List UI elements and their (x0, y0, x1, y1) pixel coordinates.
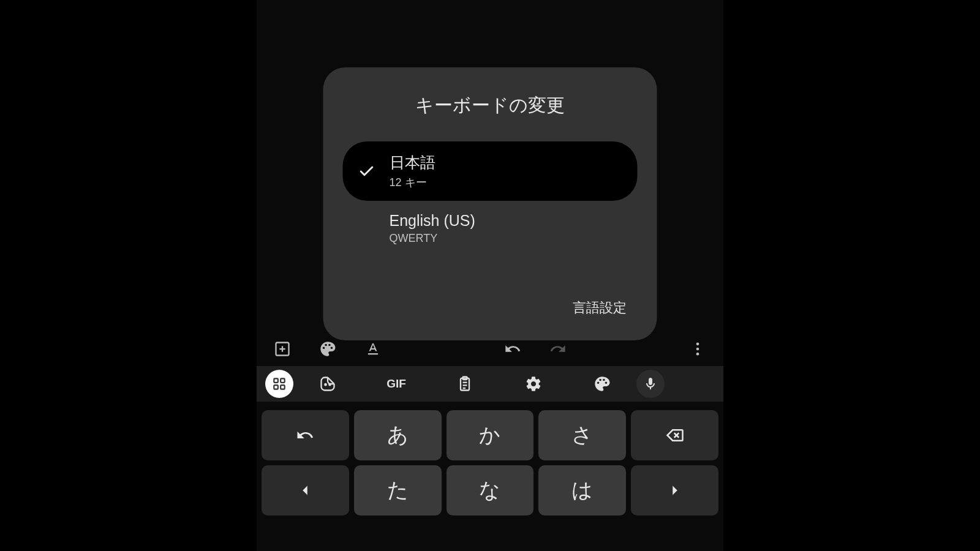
check-placeholder (358, 219, 376, 238)
svg-rect-9 (281, 385, 285, 389)
text-format-icon[interactable] (361, 337, 385, 361)
svg-rect-8 (274, 385, 278, 389)
apps-icon[interactable] (265, 370, 293, 398)
clipboard-icon[interactable] (431, 369, 499, 399)
add-icon[interactable] (270, 337, 295, 361)
check-icon (358, 162, 376, 181)
language-title: 日本語 (390, 152, 435, 173)
language-settings-button[interactable]: 言語設定 (562, 293, 638, 323)
svg-point-5 (696, 353, 699, 356)
svg-rect-7 (281, 378, 285, 383)
key-row-1: あ か さ (262, 410, 718, 460)
key-ka[interactable]: か (447, 410, 534, 460)
svg-rect-6 (274, 378, 278, 383)
gif-button[interactable]: GIF (362, 369, 431, 399)
change-keyboard-dialog: キーボードの変更 日本語 12 キー English (US) QWERTY 言… (323, 67, 657, 340)
theme-palette-icon[interactable] (568, 369, 636, 399)
undo-icon[interactable] (500, 337, 525, 361)
key-na[interactable]: な (447, 465, 534, 515)
sticker-icon[interactable] (293, 369, 362, 399)
keyboard-tools-row: GIF (257, 366, 723, 402)
key-ha[interactable]: は (538, 465, 626, 515)
language-title: English (US) (390, 212, 475, 230)
svg-point-11 (329, 384, 330, 385)
key-sa[interactable]: さ (538, 410, 626, 460)
phone-viewport: キーボードの変更 日本語 12 キー English (US) QWERTY 言… (257, 0, 723, 551)
language-text: 日本語 12 キー (390, 152, 435, 190)
dialog-title: キーボードの変更 (343, 93, 638, 118)
key-backspace[interactable] (631, 410, 718, 460)
language-subtitle: 12 キー (390, 175, 435, 190)
key-cursor-right[interactable] (631, 465, 718, 515)
mic-icon[interactable] (636, 370, 665, 398)
language-option-english[interactable]: English (US) QWERTY (343, 201, 638, 256)
dialog-footer: 言語設定 (343, 293, 638, 323)
keyboard-keys: あ か さ た な は (257, 407, 723, 519)
gear-icon[interactable] (499, 369, 568, 399)
key-a[interactable]: あ (354, 410, 442, 460)
palette-icon[interactable] (315, 337, 340, 361)
more-vert-icon[interactable] (685, 337, 710, 361)
svg-point-3 (696, 343, 699, 346)
language-text: English (US) QWERTY (390, 212, 475, 245)
key-ta[interactable]: た (354, 465, 442, 515)
redo-icon (546, 337, 570, 361)
key-cursor-left[interactable] (262, 465, 349, 515)
text-toolbar (257, 332, 723, 365)
key-row-2: た な は (262, 465, 718, 515)
language-option-japanese[interactable]: 日本語 12 キー (343, 141, 638, 201)
key-reverse[interactable] (262, 410, 349, 460)
svg-point-4 (696, 348, 699, 351)
svg-point-10 (325, 384, 326, 385)
language-subtitle: QWERTY (390, 232, 475, 245)
